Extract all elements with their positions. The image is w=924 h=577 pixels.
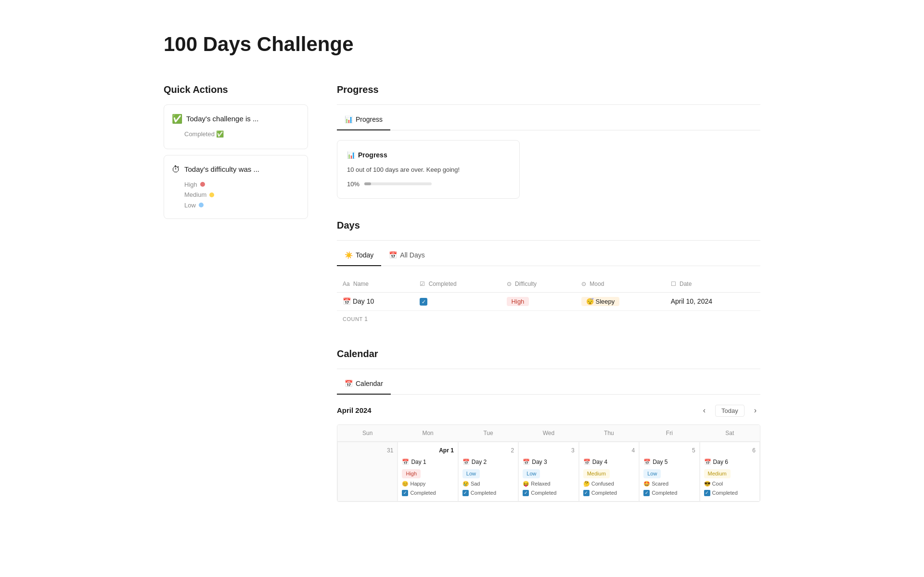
- progress-tab-bar: 📊 Progress: [337, 111, 760, 130]
- page-container: 100 Days Challenge Quick Actions ✅ Today…: [125, 0, 799, 550]
- cal-event-day1-name: 📅 Day 1: [402, 458, 453, 466]
- calendar-section-title: Calendar: [337, 346, 760, 361]
- tab-calendar[interactable]: 📅 Calendar: [337, 375, 391, 395]
- cal-completed-day4: ✓ Completed: [583, 489, 635, 497]
- cal-event-icon: 📅: [402, 458, 409, 466]
- qa-option-low[interactable]: Low: [172, 201, 300, 210]
- cal-header-mon: Mon: [398, 425, 458, 442]
- cal-check-day2: ✓: [462, 490, 469, 496]
- calendar-divider: [337, 369, 760, 369]
- days-section-title: Days: [337, 218, 760, 232]
- cal-header-wed: Wed: [518, 425, 578, 442]
- progress-card-icon: 📊: [347, 150, 355, 160]
- difficulty-tag: High: [507, 297, 529, 306]
- cal-cell-apr1[interactable]: Apr 1 📅 Day 1 High 😊 Happy ✓ Completed: [398, 442, 458, 501]
- qa-sub-1: Completed ✅: [172, 129, 300, 139]
- calendar-nav: ‹ Today ›: [699, 404, 760, 417]
- col-date-icon: ☐: [671, 281, 676, 287]
- cal-tag-day5: Low: [643, 469, 661, 478]
- cal-cell-4[interactable]: 4 📅 Day 4 Medium 🤔 Confused ✓ Completed: [579, 442, 639, 501]
- qa-label-medium: Medium: [184, 190, 206, 200]
- cal-completed-day5: ✓ Completed: [643, 489, 695, 497]
- cal-header-thu: Thu: [579, 425, 639, 442]
- cal-check-day1: ✓: [402, 490, 408, 496]
- cal-date-apr1: Apr 1: [402, 446, 453, 455]
- tab-today[interactable]: ☀️ Today: [337, 246, 381, 266]
- qa-option-high[interactable]: High: [172, 180, 300, 190]
- progress-tab-icon: 📊: [345, 115, 353, 125]
- qa-icon-2: ⏱: [172, 163, 180, 176]
- progress-bar-outer: [364, 182, 432, 185]
- quick-action-card-2[interactable]: ⏱ Today's difficulty was ... High Medium…: [164, 155, 308, 219]
- col-completed-icon: ☑: [420, 281, 425, 287]
- cal-completed-day1: ✓ Completed: [402, 489, 453, 497]
- cal-cell-2[interactable]: 2 📅 Day 2 Low 😢 Sad ✓ Completed: [458, 442, 518, 501]
- mood-tag: 😴 Sleepy: [581, 297, 619, 306]
- cal-mood-day4: 🤔 Confused: [583, 480, 635, 488]
- cal-event-day3-name: 📅 Day 3: [523, 458, 574, 466]
- calendar-month: April 2024: [337, 405, 372, 416]
- calendar-tab-bar: 📅 Calendar: [337, 375, 760, 395]
- completed-checkbox[interactable]: ✓: [420, 298, 427, 306]
- progress-bar-inner: [364, 182, 371, 185]
- count-row: COUNT 1: [337, 311, 760, 327]
- qa-option-medium[interactable]: Medium: [172, 190, 300, 200]
- calendar-today-btn[interactable]: Today: [715, 405, 744, 417]
- qa-label-high: High: [184, 180, 197, 190]
- tab-progress[interactable]: 📊 Progress: [337, 111, 390, 130]
- cal-event-icon-4: 📅: [583, 458, 590, 466]
- cal-check-day6: ✓: [704, 490, 710, 496]
- progress-card-title: 📊 Progress: [347, 150, 510, 160]
- calendar-prev-btn[interactable]: ‹: [699, 404, 709, 417]
- table-row[interactable]: 📅 Day 10 ✓ High 😴 Sleepy: [337, 293, 760, 311]
- all-days-tab-icon: 📅: [389, 250, 397, 260]
- cal-event-icon-3: 📅: [523, 458, 530, 466]
- col-date: ☐ Date: [665, 276, 760, 293]
- quick-actions-section: Quick Actions ✅ Today's challenge is ...…: [164, 82, 308, 521]
- dot-yellow: [209, 192, 214, 197]
- cal-tag-day3: Low: [523, 469, 540, 478]
- cal-cell-5[interactable]: 5 📅 Day 5 Low 🤩 Scared ✓ Completed: [639, 442, 699, 501]
- cal-date-2: 2: [462, 446, 514, 455]
- qa-title-1: ✅ Today's challenge is ...: [172, 113, 300, 126]
- tab-all-days[interactable]: 📅 All Days: [381, 246, 432, 266]
- cal-tag-day6: Medium: [704, 469, 731, 478]
- cal-cell-6[interactable]: 6 📅 Day 6 Medium 😎 Cool ✓ Completed: [700, 442, 760, 501]
- calendar-grid: Sun Mon Tue Wed Thu Fri Sat 31 Apr 1: [337, 424, 760, 502]
- quick-actions-title: Quick Actions: [164, 82, 308, 97]
- cal-tag-day1: High: [402, 469, 421, 478]
- col-difficulty: ⊙ Difficulty: [501, 276, 576, 293]
- days-tab-bar: ☀️ Today 📅 All Days: [337, 246, 760, 266]
- cal-mood-day1: 😊 Happy: [402, 480, 453, 488]
- cal-event-day5-name: 📅 Day 5: [643, 458, 695, 466]
- progress-divider: [337, 104, 760, 105]
- calendar-next-btn[interactable]: ›: [750, 404, 760, 417]
- cal-check-day5: ✓: [643, 490, 650, 496]
- cal-completed-day6: ✓ Completed: [704, 489, 756, 497]
- progress-bar-row: 10%: [347, 180, 510, 189]
- progress-percent: 10%: [347, 180, 359, 189]
- cal-event-icon-5: 📅: [643, 458, 651, 466]
- cal-mood-day2: 😢 Sad: [462, 480, 514, 488]
- row-difficulty: High: [501, 293, 576, 311]
- main-layout: Quick Actions ✅ Today's challenge is ...…: [164, 82, 760, 521]
- cal-header-fri: Fri: [639, 425, 699, 442]
- dot-red: [200, 182, 205, 187]
- col-name: Aa Name: [337, 276, 414, 293]
- progress-card-text: 10 out of 100 days are over. Keep going!: [347, 165, 510, 175]
- count-label: COUNT: [343, 316, 364, 322]
- col-mood: ⊙ Mood: [576, 276, 665, 293]
- cal-header-sat: Sat: [700, 425, 760, 442]
- quick-action-card-1[interactable]: ✅ Today's challenge is ... Completed ✅: [164, 104, 308, 149]
- col-difficulty-icon: ⊙: [507, 281, 512, 287]
- cal-cell-3[interactable]: 3 📅 Day 3 Low 😝 Relaxed ✓ Completed: [518, 442, 578, 501]
- row-name-icon: 📅: [343, 297, 353, 305]
- qa-title-2: ⏱ Today's difficulty was ...: [172, 163, 300, 176]
- cal-completed-day3: ✓ Completed: [523, 489, 574, 497]
- right-col: Progress 📊 Progress 📊 Progress 10 out of…: [337, 82, 760, 521]
- calendar-header-row: April 2024 ‹ Today ›: [337, 404, 760, 417]
- col-mood-icon: ⊙: [581, 281, 586, 287]
- cal-event-day4-name: 📅 Day 4: [583, 458, 635, 466]
- cal-date-4: 4: [583, 446, 635, 455]
- qa-label-low: Low: [184, 201, 196, 210]
